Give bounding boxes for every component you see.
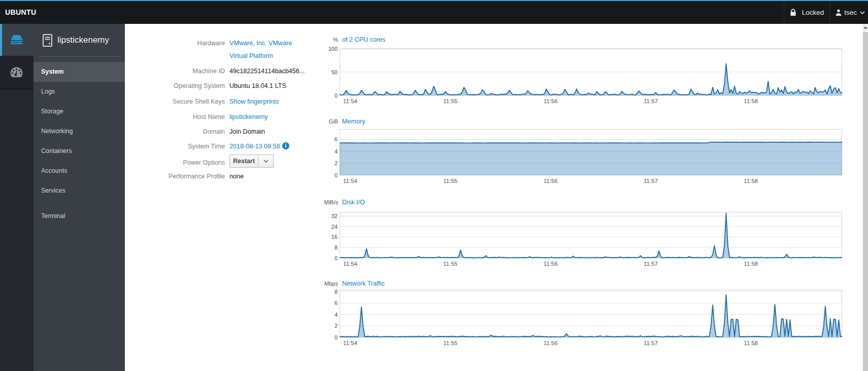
hardware-link[interactable]: VMware, Inc. VMware (229, 40, 292, 47)
y-tick-label: 0 (335, 255, 338, 261)
machine-id-label: Machine ID (125, 66, 225, 76)
sidebar-menu: System Logs Storage Networking Container… (34, 62, 125, 226)
power-split-button: Restart (229, 154, 274, 168)
chart-title-link[interactable]: Disk I/O (342, 199, 365, 206)
gauge-icon (10, 67, 23, 77)
chart-title-link[interactable]: Network Traffic (342, 280, 385, 287)
chart-memory: GiBMemory024611:5411:5511:5611:5711:58 (301, 115, 846, 187)
machine-id-value: 49c1822514114bacb456... (229, 66, 305, 76)
performance-profile-label: Performance Profile (125, 171, 225, 181)
restart-dropdown-button[interactable] (258, 154, 274, 168)
x-tick-label: 11:54 (343, 98, 358, 104)
sidebar: lipstickenemy System Logs Storage Networ… (34, 24, 125, 371)
sidebar-item-logs[interactable]: Logs (34, 82, 125, 102)
chart-cpu: %of 2 CPU cores05010011:5411:5511:5611:5… (301, 34, 846, 107)
plot-border (340, 290, 842, 337)
server-icon (11, 35, 23, 44)
x-tick-label: 11:56 (544, 340, 558, 346)
x-tick-label: 11:57 (644, 340, 658, 346)
scrollbar-up-button[interactable] (863, 24, 868, 32)
chart-unit-label: Mbps (324, 281, 338, 287)
chevron-up-icon (863, 24, 868, 32)
x-tick-label: 11:55 (443, 178, 457, 184)
brand-title: UBUNTU (5, 1, 37, 24)
user-menu[interactable]: tsec (829, 1, 868, 24)
domain-label: Domain (125, 127, 225, 137)
page-scrollbar (863, 24, 868, 371)
system-time-label: System Time (125, 141, 225, 151)
series-area (340, 142, 842, 175)
y-tick-label: 100 (328, 46, 338, 52)
y-tick-label: 8 (335, 289, 338, 295)
y-tick-label: 6 (335, 136, 338, 142)
info-icon[interactable] (282, 142, 289, 152)
x-tick-label: 11:55 (443, 340, 457, 346)
x-tick-label: 11:55 (443, 261, 457, 267)
os-value: Ubuntu 18.04.1 LTS (229, 81, 286, 91)
y-tick-label: 0 (335, 334, 338, 341)
x-tick-label: 11:58 (744, 340, 758, 346)
sidebar-item-networking[interactable]: Networking (34, 121, 125, 141)
x-tick-label: 11:58 (744, 261, 758, 267)
chart-disk: MiB/sDisk I/O0816243211:5411:5511:5611:5… (301, 196, 846, 269)
chart-title-link[interactable]: Memory (342, 118, 365, 125)
series-line (340, 64, 842, 95)
y-tick-label: 0 (335, 92, 338, 99)
user-name: tsec (844, 9, 857, 16)
user-icon (836, 9, 842, 16)
y-tick-label: 0 (335, 172, 338, 178)
y-tick-label: 4 (335, 312, 338, 318)
machines-strip (0, 24, 34, 371)
x-tick-label: 11:55 (443, 98, 457, 104)
dashboard-button[interactable] (0, 56, 34, 89)
top-navbar: UBUNTU Locked tsec (0, 0, 868, 24)
hardware-label: Hardware (125, 38, 225, 48)
host-machine-button[interactable] (0, 24, 34, 56)
hostname-link[interactable]: lipstickenemy (229, 113, 268, 120)
sidebar-item-system[interactable]: System (34, 62, 125, 82)
system-time-link[interactable]: 2018-08-13 09:58 (229, 143, 280, 150)
x-tick-label: 11:56 (544, 178, 558, 184)
ssh-keys-label: Secure Shell Keys (125, 97, 225, 107)
system-page: Hardware VMware, Inc. VMware Virtual Pla… (125, 24, 868, 371)
os-label: Operating System (125, 81, 225, 91)
join-domain-value[interactable]: Join Domain (229, 127, 265, 137)
chart-title-link[interactable]: of 2 CPU cores (342, 36, 385, 43)
x-tick-label: 11:54 (343, 261, 358, 267)
sidebar-item-terminal[interactable]: Terminal (34, 206, 125, 226)
show-fingerprints-link[interactable]: Show fingerprints (229, 98, 279, 105)
sidebar-item-services[interactable]: Services (34, 181, 125, 201)
series-area (340, 213, 842, 258)
sidebar-item-accounts[interactable]: Accounts (34, 161, 125, 181)
x-tick-label: 11:54 (343, 178, 358, 184)
x-tick-label: 11:56 (544, 261, 558, 267)
locked-indicator[interactable]: Locked (784, 1, 830, 24)
x-tick-label: 11:58 (744, 178, 758, 184)
y-tick-label: 32 (331, 213, 338, 219)
sidebar-divider (39, 56, 120, 57)
x-tick-label: 11:57 (644, 98, 658, 104)
chart-network: MbpsNetwork Traffic0246811:5411:5511:561… (301, 277, 846, 349)
sidebar-hostname: lipstickenemy (57, 34, 109, 46)
navbar-right: Locked tsec (784, 1, 868, 24)
scrollbar-thumb[interactable] (863, 32, 868, 371)
sidebar-item-storage[interactable]: Storage (34, 102, 125, 121)
series-line (340, 213, 842, 258)
lock-icon (790, 9, 796, 16)
series-area (340, 295, 842, 337)
y-tick-label: 2 (335, 323, 338, 329)
hardware-link-line2[interactable]: Virtual Platform (229, 52, 273, 59)
chart-unit-label: % (333, 37, 338, 43)
restart-button[interactable]: Restart (229, 154, 258, 168)
performance-profile-value: none (229, 171, 244, 181)
sidebar-item-containers[interactable]: Containers (34, 141, 125, 161)
caret-down-icon (263, 160, 269, 163)
y-tick-label: 50 (331, 69, 338, 75)
y-tick-label: 4 (335, 148, 338, 154)
x-tick-label: 11:56 (544, 98, 558, 104)
x-tick-label: 11:54 (343, 340, 358, 346)
x-tick-label: 11:58 (744, 98, 758, 104)
x-tick-label: 11:57 (644, 261, 658, 267)
power-options-label: Power Options (125, 156, 225, 169)
sidebar-host-header[interactable]: lipstickenemy (34, 24, 125, 56)
